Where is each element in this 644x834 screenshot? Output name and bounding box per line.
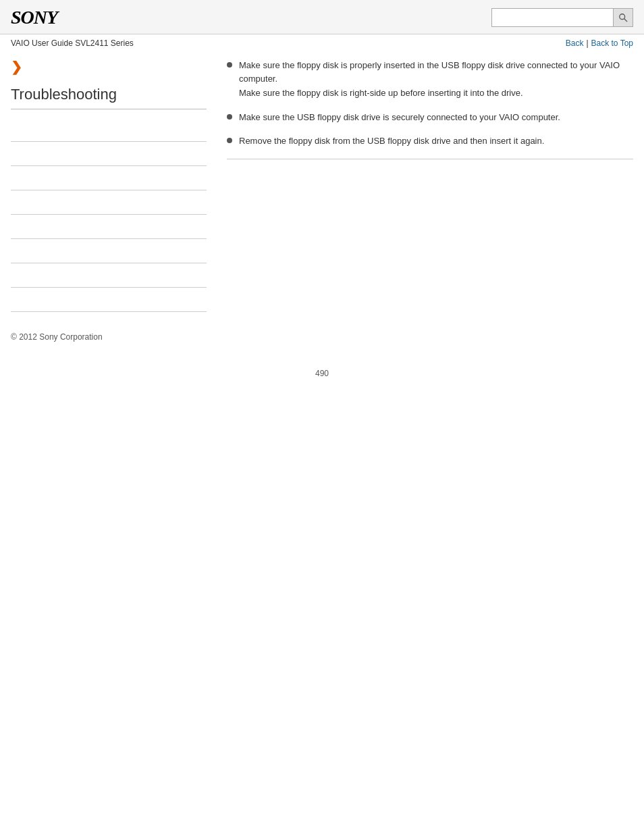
list-item[interactable] bbox=[11, 239, 207, 263]
footer: © 2012 Sony Corporation bbox=[0, 319, 644, 355]
list-item[interactable] bbox=[11, 288, 207, 312]
nav-links: Back | Back to Top bbox=[566, 38, 633, 48]
search-icon bbox=[618, 13, 628, 22]
list-item[interactable] bbox=[11, 142, 207, 166]
content-area: ❯ Troubleshooting Make sure the floppy d… bbox=[0, 52, 644, 319]
svg-point-0 bbox=[620, 14, 625, 20]
nav-separator: | bbox=[586, 38, 588, 48]
bullet-item-2: Make sure the USB floppy disk drive is s… bbox=[227, 111, 633, 124]
list-item[interactable] bbox=[11, 190, 207, 215]
header: SONY bbox=[0, 0, 644, 34]
back-link[interactable]: Back bbox=[566, 38, 584, 48]
list-item[interactable] bbox=[11, 215, 207, 239]
back-to-top-link[interactable]: Back to Top bbox=[591, 38, 633, 48]
page-number: 490 bbox=[0, 355, 644, 392]
list-item[interactable] bbox=[11, 166, 207, 190]
sidebar: ❯ Troubleshooting bbox=[11, 59, 220, 312]
bullet-list: Make sure the floppy disk is properly in… bbox=[227, 59, 633, 148]
chevron-icon: ❯ bbox=[11, 59, 207, 75]
sony-logo: SONY bbox=[11, 7, 57, 28]
list-item[interactable] bbox=[11, 118, 207, 142]
main-content: Make sure the floppy disk is properly in… bbox=[220, 59, 633, 312]
bullet-text-2: Make sure the USB floppy disk drive is s… bbox=[239, 111, 633, 124]
sidebar-links bbox=[11, 118, 207, 312]
bullet-text-3: Remove the floppy disk from the USB flop… bbox=[239, 134, 633, 148]
nav-bar: VAIO User Guide SVL2411 Series Back | Ba… bbox=[0, 34, 644, 52]
sidebar-title: Troubleshooting bbox=[11, 86, 207, 109]
copyright: © 2012 Sony Corporation bbox=[11, 332, 103, 342]
bullet-text-1: Make sure the floppy disk is properly in… bbox=[239, 59, 633, 100]
bullet-dot bbox=[227, 62, 232, 68]
bullet-item-3: Remove the floppy disk from the USB flop… bbox=[227, 134, 633, 148]
search-input[interactable] bbox=[491, 8, 613, 27]
bullet-dot bbox=[227, 138, 232, 143]
content-divider bbox=[227, 159, 633, 159]
search-button[interactable] bbox=[613, 8, 633, 27]
list-item[interactable] bbox=[11, 263, 207, 288]
svg-line-1 bbox=[624, 19, 627, 22]
guide-title: VAIO User Guide SVL2411 Series bbox=[11, 38, 134, 48]
search-area bbox=[491, 8, 633, 27]
bullet-item-1: Make sure the floppy disk is properly in… bbox=[227, 59, 633, 100]
bullet-dot bbox=[227, 114, 232, 120]
